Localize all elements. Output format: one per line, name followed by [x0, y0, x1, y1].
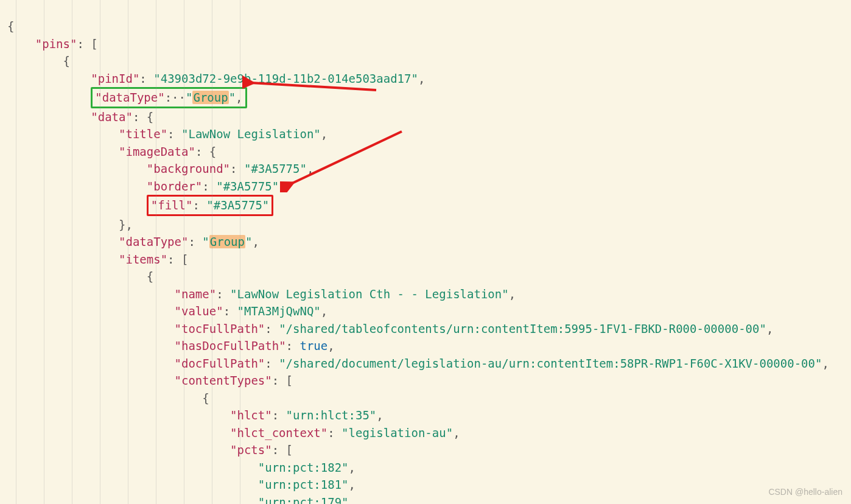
val-pct1: "urn:pct:181": [258, 478, 349, 491]
val-dataType-group: Group: [192, 91, 228, 104]
val-pct2: "urn:pct:179": [258, 495, 349, 505]
val-tocFullPath: "/shared/tableofcontents/urn:contentItem…: [279, 322, 766, 335]
key-fill: "fill": [151, 198, 193, 212]
key-title: "title": [119, 127, 167, 141]
val-name: "LawNow Legislation Cth - - Legislation": [230, 287, 509, 301]
val-fill: "#3A5775": [206, 198, 269, 212]
key-dataType2: "dataType": [119, 235, 188, 248]
val-background: "#3A5775": [244, 162, 307, 175]
key-name: "name": [175, 287, 217, 301]
key-hasDocFullPath: "hasDocFullPath": [175, 339, 286, 352]
highlight-box-green: "dataType":··"Group",: [91, 87, 247, 108]
key-tocFullPath: "tocFullPath": [175, 322, 265, 335]
val-hlct: "urn:hlct:35": [286, 408, 377, 422]
val-hlct-context: "legislation-au": [341, 426, 453, 439]
key-data: "data": [91, 110, 133, 124]
val-title: "LawNow Legislation": [181, 127, 321, 141]
key-dataType: "dataType": [95, 91, 164, 104]
val-border: "#3A5775": [216, 180, 279, 193]
val-value: "MTA3MjQwNQ": [237, 304, 321, 318]
key-hlct: "hlct": [230, 408, 272, 422]
val-pinId: "43903d72-9e9b-119d-11b2-014e503aad17": [153, 72, 418, 85]
val-docFullPath: "/shared/document/legislation-au/urn:con…: [279, 357, 822, 370]
key-value: "value": [175, 304, 223, 318]
key-docFullPath: "docFullPath": [175, 357, 265, 370]
val-pct0: "urn:pct:182": [258, 461, 349, 474]
key-background: "background": [147, 162, 230, 175]
key-items: "items": [119, 253, 167, 266]
key-pcts: "pcts": [230, 443, 272, 457]
key-contentTypes: "contentTypes": [175, 374, 272, 387]
highlight-box-red: "fill": "#3A5775": [147, 195, 273, 216]
key-pinId: "pinId": [91, 72, 139, 85]
key-pins: "pins": [35, 37, 77, 51]
val-hasDocFullPath: true: [299, 339, 327, 352]
key-border: "border": [147, 180, 203, 193]
key-hlct-context: "hlct_context": [230, 426, 327, 439]
